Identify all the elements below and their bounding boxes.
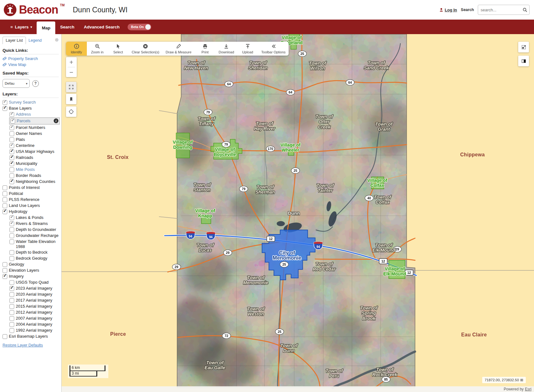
bookmarks-button[interactable] bbox=[66, 94, 76, 104]
checkbox[interactable] bbox=[9, 227, 14, 232]
beacon-brand[interactable]: Beacon TM bbox=[3, 3, 65, 17]
checkbox[interactable] bbox=[9, 286, 14, 291]
toolbar-button-print[interactable]: Print bbox=[195, 42, 215, 56]
checkbox[interactable] bbox=[9, 137, 14, 142]
checkbox[interactable] bbox=[9, 161, 14, 166]
layer-item-land-use-layers[interactable]: Land Use Layers bbox=[3, 203, 59, 208]
checkbox[interactable] bbox=[3, 185, 7, 190]
checkbox[interactable] bbox=[3, 197, 7, 202]
tab-advanced-search[interactable]: Advanced Search bbox=[79, 20, 124, 34]
layer-item-plss-reference[interactable]: PLSS Reference bbox=[3, 197, 59, 202]
layer-item-bedrock-geology[interactable]: Bedrock Geology bbox=[9, 256, 59, 261]
layer-item-2007-aerial-imagery[interactable]: 2007 Aerial Imagery bbox=[9, 316, 59, 321]
checkbox[interactable] bbox=[9, 280, 14, 285]
nav-layers-menu[interactable]: ≡ Layers ▾ bbox=[6, 20, 37, 34]
layer-item-base-layers[interactable]: Base Layers bbox=[3, 106, 59, 111]
checkbox[interactable] bbox=[3, 262, 7, 267]
tab-legend[interactable]: Legend bbox=[26, 37, 44, 44]
layer-item-2020-aerial-imagery[interactable]: 2020 Aerial Imagery bbox=[9, 292, 59, 297]
layer-item-hydrology[interactable]: Hydrology bbox=[3, 209, 59, 214]
layer-item-points-of-interest[interactable]: Points of Interest bbox=[3, 185, 59, 190]
layer-item-esri-basemap-layers[interactable]: Esri Basemap Layers bbox=[3, 334, 59, 339]
checkbox[interactable] bbox=[9, 221, 14, 226]
layer-item-2017-aerial-imagery[interactable]: 2017 Aerial Imagery bbox=[9, 298, 59, 303]
checkbox[interactable] bbox=[3, 209, 7, 214]
layer-item-address[interactable]: Address bbox=[9, 112, 59, 117]
layer-item-parcels[interactable]: Parcelsi bbox=[9, 118, 59, 124]
toolbar-button-identify[interactable]: Identify bbox=[66, 42, 87, 56]
layer-item-groundwater-recharge[interactable]: Groundwater Recharge bbox=[9, 233, 59, 238]
layer-item-rivers-streams[interactable]: Rivers & Streams bbox=[9, 221, 59, 226]
maximize-map-button[interactable] bbox=[518, 42, 529, 52]
layer-item-water-table-elevation-1988[interactable]: Water Table Elevation 1988 bbox=[9, 239, 59, 249]
split-view-button[interactable] bbox=[518, 56, 529, 66]
layer-item-usa-major-highways[interactable]: USA Major Highways bbox=[9, 149, 59, 154]
layer-item-lakes-ponds[interactable]: Lakes & Ponds bbox=[9, 215, 59, 220]
checkbox[interactable] bbox=[9, 125, 14, 130]
map-viewport[interactable]: 6464642525252579797917040292929728512121… bbox=[62, 34, 534, 392]
checkbox[interactable] bbox=[9, 239, 14, 244]
toolbar-button-upload[interactable]: Upload bbox=[237, 42, 258, 56]
checkbox[interactable] bbox=[3, 100, 7, 105]
toolbar-button-zoom-in[interactable]: Zoom in bbox=[87, 42, 108, 56]
tab-map[interactable]: Map bbox=[37, 21, 55, 34]
checkbox[interactable] bbox=[3, 191, 7, 196]
checkbox[interactable] bbox=[3, 334, 7, 339]
layer-item-plats[interactable]: Plats bbox=[9, 137, 59, 142]
layer-item-depth-to-groundwater[interactable]: Depth to Groundwater bbox=[9, 227, 59, 232]
toolbar-button-clear-selection-s[interactable]: Clear Selection(s) bbox=[129, 42, 162, 56]
checkbox[interactable] bbox=[9, 155, 14, 160]
layer-item-2023-aerial-imagery[interactable]: 2023 Aerial Imagery bbox=[9, 286, 59, 291]
header-searchbox[interactable] bbox=[478, 5, 530, 15]
checkbox[interactable] bbox=[9, 316, 14, 321]
layer-item-neighboring-counties[interactable]: Neighboring Counties bbox=[9, 179, 59, 184]
checkbox[interactable] bbox=[9, 328, 14, 333]
toolbar-button-toolbar-options[interactable]: Toolbar Options bbox=[258, 42, 289, 56]
layer-item-owner-names[interactable]: Owner Names bbox=[9, 131, 59, 136]
restore-layer-defaults-link[interactable]: Restore Layer Defaults bbox=[3, 343, 43, 347]
layer-item-2012-aerial-imagery[interactable]: 2012 Aerial Imagery bbox=[9, 310, 59, 315]
coordinates-readout[interactable]: 71872.00, 273832.50 ⊞ bbox=[482, 377, 526, 383]
checkbox[interactable] bbox=[9, 143, 14, 148]
beta-toggle[interactable]: Beta On bbox=[128, 24, 151, 30]
layer-item-depth-to-bedrock[interactable]: Depth to Bedrock bbox=[9, 250, 59, 255]
tab-layer-list[interactable]: Layer List bbox=[3, 37, 26, 44]
quick-link-view-map[interactable]: View Map bbox=[3, 62, 59, 67]
checkbox[interactable] bbox=[3, 106, 7, 111]
saved-maps-select[interactable]: Defau ▾ bbox=[3, 79, 30, 88]
layer-item-railroads[interactable]: Railroads bbox=[9, 155, 59, 160]
checkbox[interactable] bbox=[9, 250, 14, 255]
layer-item-usgs-topo-quad[interactable]: USGS Topo Quad bbox=[9, 280, 59, 285]
close-icon[interactable]: ⊗ bbox=[55, 37, 59, 42]
checkbox[interactable] bbox=[3, 203, 7, 208]
layer-item-2015-aerial-imagery[interactable]: 2015 Aerial Imagery bbox=[9, 304, 59, 309]
layer-item-parcel-numbers[interactable]: Parcel Numbers bbox=[9, 125, 59, 130]
layer-item-imagery[interactable]: Imagery bbox=[3, 274, 59, 279]
toolbar-button-select[interactable]: Select bbox=[108, 42, 129, 56]
layer-item-survey-search[interactable]: Survey Search bbox=[3, 100, 59, 105]
checkbox[interactable] bbox=[10, 119, 15, 124]
quick-link-property-search[interactable]: Property Search bbox=[3, 56, 59, 61]
layer-item-geology[interactable]: Geology bbox=[3, 262, 59, 267]
checkbox[interactable] bbox=[9, 112, 14, 117]
zoom-out-button[interactable]: − bbox=[66, 67, 77, 77]
checkbox[interactable] bbox=[9, 233, 14, 238]
checkbox[interactable] bbox=[9, 292, 14, 297]
layer-item-municipality[interactable]: Municipality bbox=[9, 161, 59, 166]
checkbox[interactable] bbox=[9, 310, 14, 315]
map-canvas[interactable]: 6464642525252579797917040292929728512121… bbox=[62, 34, 534, 392]
checkbox[interactable] bbox=[9, 256, 14, 261]
expand-coords-icon[interactable]: ⊞ bbox=[520, 378, 523, 382]
checkbox[interactable] bbox=[9, 179, 14, 184]
locate-button[interactable] bbox=[66, 106, 76, 117]
full-extent-button[interactable] bbox=[66, 82, 76, 92]
info-icon[interactable]: i bbox=[54, 118, 58, 123]
layer-item-political[interactable]: Political bbox=[3, 191, 59, 196]
layer-item-2004-aerial-imagery[interactable]: 2004 Aerial Imagery bbox=[9, 322, 59, 327]
checkbox[interactable] bbox=[9, 131, 14, 136]
layer-item-border-roads[interactable]: Border Roads bbox=[9, 173, 59, 178]
search-input[interactable] bbox=[480, 7, 523, 13]
tab-search[interactable]: Search bbox=[55, 20, 79, 34]
toolbar-button-draw-measure[interactable]: Draw & Measure bbox=[162, 42, 195, 56]
checkbox[interactable] bbox=[3, 268, 7, 273]
